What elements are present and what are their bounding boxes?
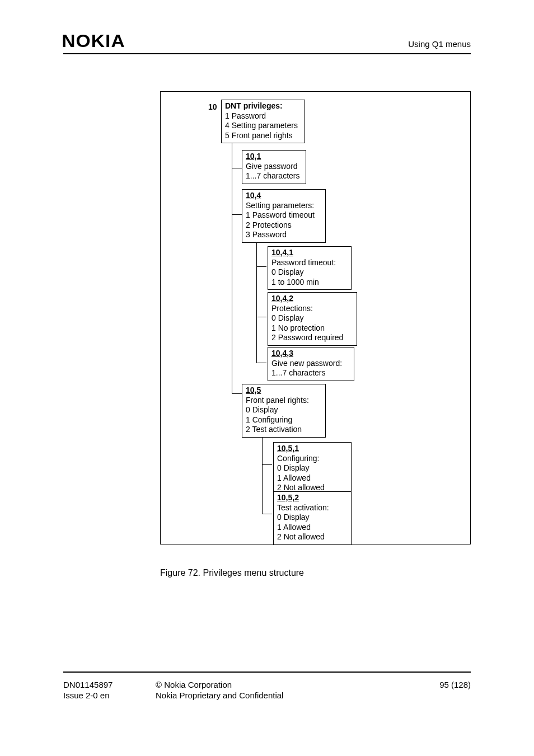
text: 0 Display xyxy=(271,267,348,278)
node-10-5-2-title: 10,5,2 xyxy=(277,493,348,503)
node-10-5-2: 10,5,2 Test activation: 0 Display 1 Allo… xyxy=(273,491,352,545)
node-10-5: 10,5 Front panel rights: 0 Display 1 Con… xyxy=(242,384,326,438)
node-10-5-title: 10,5 xyxy=(246,386,322,396)
text: Configuring: xyxy=(277,454,348,464)
text: 5 Front panel rights xyxy=(225,131,301,141)
node-10-4-3-title: 10,4,3 xyxy=(271,349,350,359)
footer-copyright: © Nokia Corporation xyxy=(156,680,232,689)
connector xyxy=(262,514,272,514)
node-number-10: 10 xyxy=(208,102,217,111)
text: 2 Password required xyxy=(271,333,353,343)
text: 2 Test activation xyxy=(246,425,322,435)
text: 1 to 1000 min xyxy=(271,278,348,288)
figure-caption: Figure 72. Privileges menu structure xyxy=(160,568,304,578)
node-10-5-1-title: 10,5,1 xyxy=(277,444,348,454)
node-10-4: 10,4 Setting parameters: 1 Password time… xyxy=(242,189,326,243)
text: 3 Password xyxy=(246,230,322,240)
node-10-4-title: 10,4 xyxy=(246,191,322,201)
node-10-1: 10,1 Give password 1...7 characters xyxy=(242,150,306,184)
text: 0 Display xyxy=(246,405,322,415)
text: 2 Protections xyxy=(246,220,322,231)
text: 1...7 characters xyxy=(271,368,350,378)
text: 0 Display xyxy=(277,513,348,523)
connector xyxy=(232,393,242,394)
connector xyxy=(256,266,266,267)
text: 1 Configuring xyxy=(246,415,322,425)
connector xyxy=(262,438,263,514)
text: 1...7 characters xyxy=(246,171,302,181)
text: 0 Display xyxy=(271,313,353,323)
footer-doc-id: DN01145897 xyxy=(63,680,113,689)
node-10-1-title: 10,1 xyxy=(246,152,302,162)
text: Password timeout: xyxy=(271,258,348,268)
text: 0 Display xyxy=(277,463,348,473)
text: Test activation: xyxy=(277,503,348,513)
text: 1 Allowed xyxy=(277,523,348,533)
text: 1 Password timeout xyxy=(246,210,322,220)
node-10-4-2-title: 10,4,2 xyxy=(271,294,353,304)
header-section-title: Using Q1 menus xyxy=(408,39,471,49)
footer-confidential: Nokia Proprietary and Confidential xyxy=(156,691,283,700)
node-10-title: DNT privileges: xyxy=(225,101,301,111)
text: 1 Password xyxy=(225,111,301,121)
connector xyxy=(256,363,266,363)
footer-page-number: 95 (128) xyxy=(439,680,471,689)
connector xyxy=(256,317,266,317)
connector xyxy=(232,214,242,215)
connector xyxy=(232,143,232,394)
node-10: DNT privileges: 1 Password 4 Setting par… xyxy=(221,100,305,143)
footer-issue: Issue 2-0 en xyxy=(63,691,110,700)
text: Protections: xyxy=(271,304,353,314)
text: 1 No protection xyxy=(271,323,353,334)
node-10-5-1: 10,5,1 Configuring: 0 Display 1 Allowed … xyxy=(273,442,352,496)
text: Give password xyxy=(246,162,302,172)
connector xyxy=(232,168,242,168)
connector xyxy=(262,464,272,465)
text: Setting parameters: xyxy=(246,201,322,211)
text: Front panel rights: xyxy=(246,396,322,406)
text: 2 Not allowed xyxy=(277,532,348,542)
node-10-4-2: 10,4,2 Protections: 0 Display 1 No prote… xyxy=(268,292,357,346)
header-rule xyxy=(63,53,471,54)
text: 4 Setting parameters xyxy=(225,121,301,131)
brand-logo: NOKIA xyxy=(62,31,125,51)
node-10-4-1-title: 10,4,1 xyxy=(271,248,348,258)
text: 1 Allowed xyxy=(277,473,348,483)
text: Give new password: xyxy=(271,359,350,369)
connector xyxy=(256,243,257,363)
node-10-4-3: 10,4,3 Give new password: 1...7 characte… xyxy=(268,347,354,381)
footer-rule xyxy=(63,672,471,673)
node-10-4-1: 10,4,1 Password timeout: 0 Display 1 to … xyxy=(268,246,352,290)
